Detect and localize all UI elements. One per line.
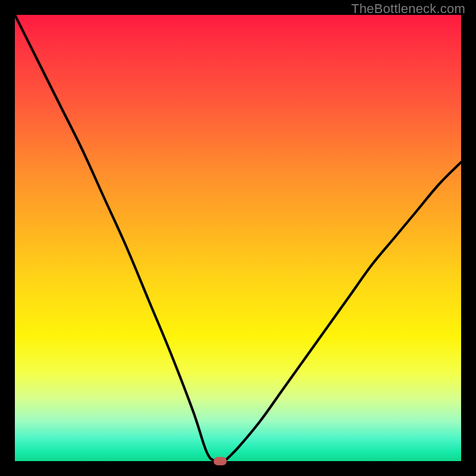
- bottleneck-marker: [214, 457, 227, 465]
- chart-frame: TheBottleneck.com: [0, 0, 476, 476]
- watermark-text: TheBottleneck.com: [351, 1, 465, 17]
- curve-right-path: [225, 162, 462, 462]
- curve-left-path: [15, 15, 225, 461]
- plot-area: [15, 15, 461, 461]
- bottleneck-curve: [15, 15, 461, 461]
